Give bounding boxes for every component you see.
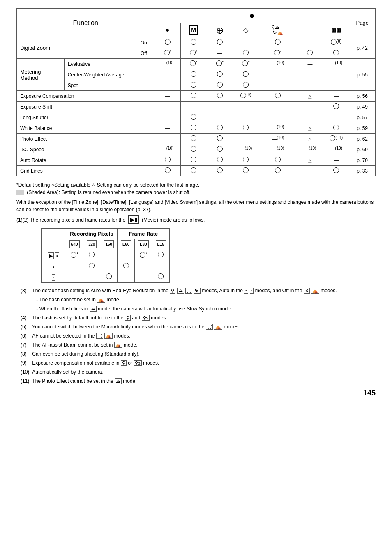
- shaded-box: [16, 190, 24, 195]
- page-white-balance: p. 59: [349, 123, 376, 134]
- function-table: Function ● Page ● M ⨁ ◇: [16, 8, 376, 176]
- table-row: Exposure Compensation — (9) △ — p. 56: [17, 91, 376, 102]
- digital-zoom-label: Digital Zoom: [17, 37, 133, 59]
- note-6: (6) AF cannot be selected in the ⛶ ⛺ mod…: [21, 332, 376, 340]
- table-row: Digital Zoom On — — (8) p. 42: [17, 37, 376, 48]
- page-grid-lines: p. 33: [349, 166, 376, 176]
- page-exp-shift: p. 49: [349, 102, 376, 112]
- white-balance-label: White Balance: [17, 123, 154, 134]
- mode-scene: ⚲⛰⛶ ⛷⛺: [259, 23, 297, 37]
- rec-pixels-header: Recording Pixels: [66, 228, 118, 239]
- note-10: (10) Automatically set by the camera.: [21, 368, 376, 376]
- auto-rotate-label: Auto Rotate: [17, 155, 154, 166]
- camera-icon: ●: [249, 10, 254, 21]
- recording-table: Recording Pixels Frame Rate 640 320 160 …: [41, 228, 170, 283]
- iso-speed-label: ISO Speed: [17, 144, 154, 155]
- mode-cm: M: [180, 23, 207, 37]
- mode-movie: ▩▩: [323, 23, 349, 37]
- page-auto-rotate: p. 70: [349, 155, 376, 166]
- table-row: ▫ — — — —: [42, 272, 170, 283]
- movie-icon-inline: ▶▮: [128, 215, 139, 224]
- digital-zoom-on: On: [133, 37, 154, 48]
- page-metering: p. 55: [349, 59, 376, 91]
- note-7: (7) The AF-assist Beam cannot be set in …: [21, 341, 376, 349]
- page-exp-comp: p. 56: [349, 91, 376, 102]
- table-row: Spot — — — —: [17, 80, 376, 91]
- mode-stitch: ⨁: [207, 23, 233, 37]
- table-row: Grid Lines — p. 33: [17, 166, 376, 176]
- px-640: 640: [66, 239, 83, 250]
- rec-row1-icon: ▶ ▪: [42, 250, 66, 261]
- fr-15: L15: [152, 239, 169, 250]
- note-8: (8) Can even be set during shooting (Sta…: [21, 350, 376, 358]
- note-3b: - When the flash fires in ⛰ mode, the ca…: [21, 305, 376, 312]
- note-11: (11) The Photo Effect cannot be set in t…: [21, 377, 376, 385]
- note-9: (9) Exposure compensation not available …: [21, 359, 376, 367]
- footnote-star: *Default setting ○Setting available △ Se…: [16, 181, 376, 196]
- page-photo-effect: p. 62: [349, 134, 376, 144]
- table-row: ▪ — — — —: [42, 261, 170, 272]
- table-row: ISO Speed —(10) —(10) —(10) —(10) —(10) …: [17, 144, 376, 155]
- exposure-shift-label: Exposure Shift: [17, 102, 154, 112]
- note-3: (3) The default flash setting is Auto wi…: [21, 287, 376, 294]
- mode-square: □: [297, 23, 323, 37]
- rec-row2-icon: ▪: [42, 261, 66, 272]
- metering-label: MeteringMethod: [17, 59, 65, 91]
- camera-icon-header: ●: [154, 9, 349, 23]
- fr-30: L30: [135, 239, 152, 250]
- page-iso: p. 69: [349, 144, 376, 155]
- numbered-notes: (3) The default flash setting is Auto wi…: [21, 287, 376, 385]
- table-row: Auto Rotate △ — p. 70: [17, 155, 376, 166]
- page-number-value: 145: [363, 389, 376, 397]
- grid-lines-label: Grid Lines: [17, 166, 154, 176]
- note-5: (5) You cannot switch between the Macro/…: [21, 323, 376, 331]
- mode-custom: ◇: [233, 23, 259, 37]
- function-header: Function: [17, 9, 154, 37]
- function-label: Function: [73, 19, 98, 26]
- table-row: Long Shutter — — — — — — p. 57: [17, 112, 376, 123]
- table-row: Center-Weighted Average — — — —: [17, 69, 376, 80]
- note-4: (4) The flash is set by default not to f…: [21, 314, 376, 321]
- table-row: Exposure Shift — — — — — — p. 49: [17, 102, 376, 112]
- spot-label: Spot: [64, 80, 133, 91]
- table-row: ▶ ▪ * — — *: [42, 250, 170, 261]
- footnotes-section: *Default setting ○Setting available △ Se…: [16, 181, 376, 385]
- table-row: MeteringMethod Evaluative —(10) * * * —(…: [17, 59, 376, 69]
- px-160: 160: [100, 239, 118, 250]
- page-digital-zoom: p. 42: [349, 37, 376, 59]
- long-shutter-label: Long Shutter: [17, 112, 154, 123]
- center-weighted-label: Center-Weighted Average: [64, 69, 133, 80]
- table-row: Photo Effect — — —(10) △ (11) p. 62: [17, 134, 376, 144]
- page-number: 145: [16, 389, 376, 398]
- page-header: Page: [349, 9, 376, 37]
- fr-60: L60: [118, 239, 135, 250]
- page-long-shutter: p. 57: [349, 112, 376, 123]
- table-row: White Balance — —(10) △ p. 59: [17, 123, 376, 134]
- paragraph2: (1)(2) The recording pixels and frame ra…: [16, 216, 376, 224]
- note-3a: - The flash cannot be set in ⛺ mode.: [21, 296, 376, 303]
- paragraph1: With the exception of the [Time Zone], […: [16, 199, 376, 213]
- exposure-comp-label: Exposure Compensation: [17, 91, 154, 102]
- photo-effect-label: Photo Effect: [17, 134, 154, 144]
- rec-row3-icon: ▫: [42, 272, 66, 283]
- px-320: 320: [83, 239, 100, 250]
- page-label: Page: [356, 20, 369, 26]
- mode-auto: ●: [154, 23, 181, 37]
- frame-rate-header: Frame Rate: [118, 228, 170, 239]
- evaluative-label: Evaluative: [64, 59, 133, 69]
